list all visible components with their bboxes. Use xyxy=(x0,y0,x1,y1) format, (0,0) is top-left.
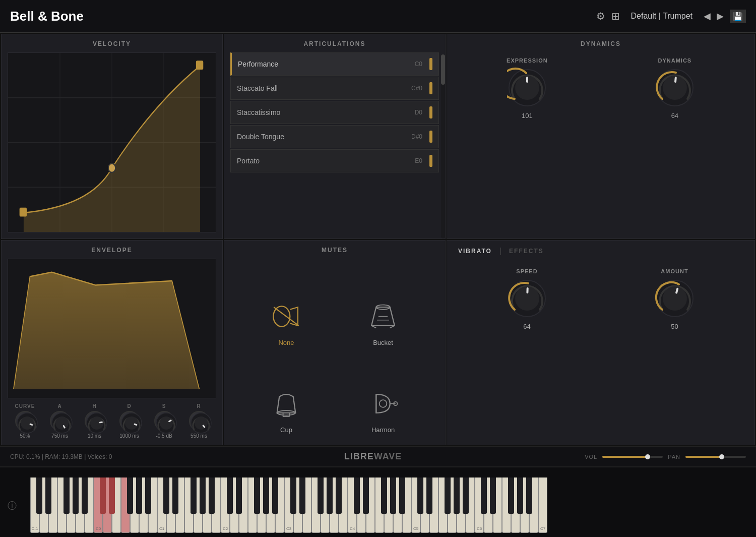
black-key[interactable] xyxy=(172,478,178,514)
brand-logo: LIBREWAVE xyxy=(344,451,402,462)
black-key[interactable] xyxy=(236,478,242,514)
octave-label: C4 xyxy=(350,526,355,531)
settings-icon[interactable]: ⚙ xyxy=(596,10,605,22)
articulation-scrollbar[interactable] xyxy=(441,54,445,238)
env-knob-s[interactable] xyxy=(154,411,174,431)
black-key[interactable] xyxy=(327,478,333,514)
mute-icon-harmon xyxy=(365,390,401,422)
black-key[interactable] xyxy=(299,478,305,514)
octave-label: C3 xyxy=(286,526,291,531)
black-key[interactable] xyxy=(508,478,514,514)
black-key[interactable] xyxy=(263,478,269,514)
cpu-stat: CPU: 0.1% xyxy=(10,453,40,460)
env-knob-h[interactable] xyxy=(85,411,105,431)
articulation-item-4[interactable]: Portato E0 xyxy=(230,149,439,172)
articulation-key: D0 xyxy=(415,109,422,116)
black-key[interactable] xyxy=(45,478,51,514)
vol-pan-controls: VOL PAN xyxy=(412,454,746,460)
env-knob-a[interactable] xyxy=(50,411,70,431)
prev-preset-button[interactable]: ◀ xyxy=(704,11,711,22)
app-title: Bell & Bone xyxy=(10,9,596,24)
black-key[interactable] xyxy=(200,478,206,514)
articulation-bar xyxy=(429,82,432,94)
black-key[interactable] xyxy=(227,478,233,514)
black-key[interactable] xyxy=(254,478,260,514)
black-key[interactable] xyxy=(73,478,79,514)
scrollbar-thumb[interactable] xyxy=(441,54,445,85)
env-knob-curve[interactable] xyxy=(15,411,35,431)
mute-item-none[interactable]: None xyxy=(240,264,332,346)
vol-thumb[interactable] xyxy=(645,454,650,459)
pan-slider[interactable] xyxy=(685,456,746,458)
black-key[interactable] xyxy=(426,478,432,514)
articulation-item-1[interactable]: Staccato Fall C#0 xyxy=(230,77,439,100)
mute-item-bucket[interactable]: Bucket xyxy=(337,264,429,346)
mute-item-harmon[interactable]: Harmon xyxy=(337,351,429,434)
black-key[interactable] xyxy=(82,478,88,514)
articulation-name: Staccatissimo xyxy=(237,108,280,116)
mute-label-bucket: Bucket xyxy=(373,339,393,346)
black-key[interactable] xyxy=(64,478,70,514)
articulation-item-2[interactable]: Staccatissimo D0 xyxy=(230,101,439,124)
env-knob-d[interactable] xyxy=(119,411,140,431)
env-knob-r[interactable] xyxy=(189,411,209,431)
ram-stat: RAM: 19.3MB xyxy=(45,453,83,460)
black-key[interactable] xyxy=(336,478,342,514)
black-key[interactable] xyxy=(354,478,360,514)
velocity-curve-svg xyxy=(8,53,216,232)
octave-label: C7 xyxy=(540,526,545,531)
envelope-title: ENVELOPE xyxy=(8,247,216,254)
white-key[interactable]: C7 xyxy=(538,478,547,533)
black-key[interactable] xyxy=(517,478,523,514)
articulation-bar xyxy=(429,131,432,143)
dynamics-knob[interactable] xyxy=(655,68,695,108)
pan-thumb[interactable] xyxy=(719,454,724,459)
black-key[interactable] xyxy=(100,478,106,514)
black-key[interactable] xyxy=(290,478,296,514)
speed-knob[interactable] xyxy=(507,278,547,319)
black-key[interactable] xyxy=(109,478,115,514)
black-key[interactable] xyxy=(399,478,405,514)
black-key[interactable] xyxy=(318,478,324,514)
black-key[interactable] xyxy=(390,478,396,514)
vol-slider[interactable] xyxy=(602,456,663,458)
black-key[interactable] xyxy=(481,478,487,514)
black-key[interactable] xyxy=(272,478,278,514)
vibrato-tab[interactable]: VIBRATO xyxy=(453,248,497,255)
svg-line-34 xyxy=(274,307,299,326)
expression-knob[interactable] xyxy=(507,68,547,108)
dynamics-knob-group: DYNAMICS 64 xyxy=(655,57,695,120)
save-button[interactable]: 💾 xyxy=(730,10,746,23)
black-key[interactable] xyxy=(363,478,369,514)
effects-tab[interactable]: EFFECTS xyxy=(504,248,549,255)
black-key[interactable] xyxy=(417,478,423,514)
svg-point-31 xyxy=(195,416,208,430)
black-key[interactable] xyxy=(145,478,151,514)
black-key[interactable] xyxy=(136,478,142,514)
black-key[interactable] xyxy=(209,478,215,514)
env-control-h: H 10 ms xyxy=(85,403,105,439)
black-key[interactable] xyxy=(463,478,469,514)
black-key[interactable] xyxy=(191,478,197,514)
articulation-name: Double Tongue xyxy=(237,133,284,141)
black-key[interactable] xyxy=(526,478,532,514)
env-label-r: R xyxy=(197,403,201,409)
black-key[interactable] xyxy=(163,478,169,514)
articulation-item-3[interactable]: Double Tongue D#0 xyxy=(230,125,439,148)
black-key[interactable] xyxy=(445,478,451,514)
grid-icon[interactable]: ⊞ xyxy=(611,10,620,22)
brand-part1: LIBRE xyxy=(344,451,374,461)
black-key[interactable] xyxy=(127,478,133,514)
dynamics-knobs: EXPRESSION 101 DYNAMICS xyxy=(453,52,748,232)
status-text: CPU: 0.1% | RAM: 19.3MB | Voices: 0 xyxy=(10,453,344,460)
mute-item-cup[interactable]: Cup xyxy=(240,351,332,434)
amount-knob[interactable] xyxy=(655,278,695,319)
black-key[interactable] xyxy=(454,478,460,514)
dynamics-knob-label: DYNAMICS xyxy=(658,57,692,64)
black-key[interactable] xyxy=(381,478,387,514)
svg-point-28 xyxy=(160,416,173,430)
black-key[interactable] xyxy=(36,478,42,514)
articulation-item-0[interactable]: Performance C0 xyxy=(230,52,439,76)
next-preset-button[interactable]: ▶ xyxy=(717,11,724,22)
black-key[interactable] xyxy=(490,478,496,514)
